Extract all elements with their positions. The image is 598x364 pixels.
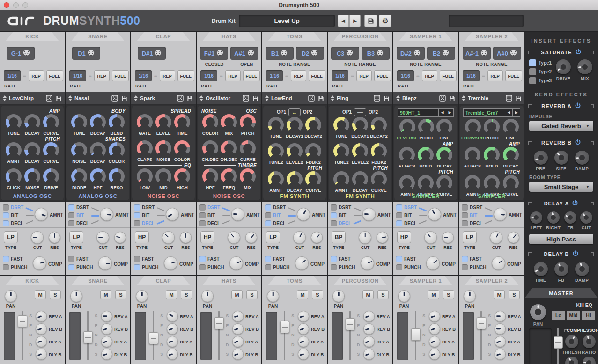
rate-display[interactable]: 1/16 xyxy=(135,70,152,81)
power-icon[interactable] xyxy=(575,141,581,146)
saturate-mix-knob[interactable]: MIX xyxy=(577,59,592,81)
delay-b-damp-knob[interactable]: DAMP xyxy=(575,262,589,283)
crusher-amount-knob[interactable] xyxy=(100,208,113,221)
filter-type-button[interactable]: HP xyxy=(397,231,411,243)
rate-display[interactable]: 1/16 xyxy=(266,70,283,81)
sample-next-button[interactable]: ▶ xyxy=(446,109,453,116)
operator-route-toggle[interactable]: ← xyxy=(288,108,301,116)
synth-knob-diode[interactable]: DIODE xyxy=(70,168,89,190)
kit-next-button[interactable]: ▶ xyxy=(349,15,361,27)
mute-button[interactable]: M xyxy=(362,290,374,299)
sample-selector[interactable]: 909HT_1◀▶ xyxy=(398,108,454,117)
rate-display[interactable]: 1/16 xyxy=(332,70,348,81)
synth-knob-noise[interactable]: NOISE xyxy=(23,168,42,190)
synth-knob-decay[interactable]: DECAY xyxy=(285,171,304,193)
synth-knob-decay2[interactable]: DECAY2 xyxy=(369,117,388,138)
preset-name[interactable]: Nasal xyxy=(74,95,109,101)
comp-knob[interactable] xyxy=(164,256,177,270)
rep-button[interactable]: REP xyxy=(487,70,503,81)
filter-resonance-knob[interactable] xyxy=(245,232,257,243)
delay-a-fb-knob[interactable]: FB xyxy=(564,211,576,230)
crusher-checkbox-dsrt[interactable] xyxy=(134,204,140,211)
punch-checkbox[interactable] xyxy=(199,264,206,270)
send-knob-rev-b[interactable] xyxy=(232,323,244,335)
send-knob-rev-b[interactable] xyxy=(363,323,375,335)
synth-knob-gate[interactable]: GATE xyxy=(135,114,154,136)
synth-knob-tune[interactable]: TUNE xyxy=(70,114,89,136)
note-button[interactable]: D1 xyxy=(72,47,100,60)
note-button[interactable]: D#1 xyxy=(138,47,166,60)
master-volume-fader[interactable] xyxy=(554,336,563,349)
synth-knob-decay[interactable]: DECAY xyxy=(23,114,42,136)
crusher-checkbox-bit[interactable] xyxy=(396,212,402,218)
filter-resonance-knob[interactable] xyxy=(180,232,192,243)
fast-checkbox[interactable] xyxy=(265,256,271,262)
solo-button[interactable]: S xyxy=(509,290,520,299)
preset-spinner[interactable] xyxy=(396,95,400,101)
synth-knob-decay[interactable]: DECAY xyxy=(501,147,520,168)
synth-knob-curve[interactable]: CURVE xyxy=(304,171,323,193)
pan-knob[interactable] xyxy=(201,290,214,302)
crusher-checkbox-deci[interactable] xyxy=(68,220,74,226)
sample-prev-button[interactable]: ◀ xyxy=(505,109,512,116)
send-knob-rev-a[interactable] xyxy=(232,311,244,322)
compressor-thresh-knob[interactable]: THRESH xyxy=(563,335,580,355)
randomize-button[interactable] xyxy=(373,95,381,102)
solo-button[interactable]: S xyxy=(181,290,192,299)
preset-spinner[interactable] xyxy=(68,95,73,101)
full-button[interactable]: FULL xyxy=(243,70,260,81)
randomize-button[interactable] xyxy=(242,95,250,102)
filter-type-button[interactable]: LP xyxy=(463,231,477,243)
preset-name[interactable]: Tremble xyxy=(468,95,503,101)
send-knob-rev-a[interactable] xyxy=(298,311,309,322)
synth-knob-decay1[interactable]: DECAY1 xyxy=(285,117,304,138)
saturate-type-checkbox-type1[interactable] xyxy=(529,59,536,66)
mute-button[interactable]: M xyxy=(231,290,243,299)
filter-cutoff-knob[interactable] xyxy=(162,231,175,244)
filter-cutoff-knob[interactable] xyxy=(228,231,240,244)
kill-eq-lo-button[interactable]: Lo xyxy=(552,311,565,320)
send-knob-dly-b[interactable] xyxy=(495,349,506,360)
send-knob-rev-a[interactable] xyxy=(36,311,47,322)
crusher-checkbox-deci[interactable] xyxy=(199,220,206,226)
send-knob-dly-a[interactable] xyxy=(298,336,309,347)
comp-knob[interactable] xyxy=(98,256,112,270)
rate-display[interactable]: 1/16 xyxy=(4,70,21,81)
delay-a-cut-knob[interactable]: CUT xyxy=(580,211,592,230)
filter-resonance-knob[interactable] xyxy=(114,232,126,243)
punch-checkbox[interactable] xyxy=(396,264,402,270)
fast-checkbox[interactable] xyxy=(396,256,402,262)
send-knob-rev-b[interactable] xyxy=(101,323,112,335)
impulse-select[interactable]: Gated Reverb▼ xyxy=(529,121,593,131)
preset-spinner[interactable] xyxy=(265,95,269,101)
punch-checkbox[interactable] xyxy=(265,264,271,270)
filter-type-button[interactable]: BP xyxy=(332,231,346,243)
synth-knob-curve[interactable]: CURVE xyxy=(42,114,60,136)
synth-knob-reverse[interactable]: REVERSE xyxy=(398,119,417,140)
mute-button[interactable]: M xyxy=(100,290,111,299)
volume-fader[interactable] xyxy=(346,318,355,330)
send-knob-rev-a[interactable] xyxy=(429,311,440,322)
settings-button[interactable]: ⚙ xyxy=(379,15,391,27)
randomize-button[interactable] xyxy=(177,95,184,102)
filter-type-button[interactable]: HP xyxy=(200,231,214,243)
punch-checkbox[interactable] xyxy=(3,264,9,270)
synth-knob-mix[interactable]: MIX xyxy=(220,114,238,136)
send-knob-dly-a[interactable] xyxy=(429,336,440,347)
synth-knob-color[interactable]: COLOR xyxy=(107,142,126,164)
send-knob-rev-b[interactable] xyxy=(429,323,440,335)
filter-type-button[interactable]: LP xyxy=(4,231,18,243)
mute-button[interactable]: M xyxy=(297,290,308,299)
send-knob-rev-a[interactable] xyxy=(167,311,178,322)
synth-knob-amnt[interactable]: AMNT xyxy=(332,171,351,193)
preset-save-button[interactable] xyxy=(55,95,62,102)
synth-knob-hold[interactable]: HOLD xyxy=(416,147,435,168)
synth-knob-forward[interactable]: FORWARD xyxy=(463,119,482,140)
send-knob-dly-b[interactable] xyxy=(167,349,178,360)
synth-knob-curve[interactable]: CURVE xyxy=(369,171,388,193)
rep-button[interactable]: REP xyxy=(356,70,372,81)
preset-name[interactable]: Blepz xyxy=(402,95,437,101)
kill-eq-hi-button[interactable]: Hi xyxy=(582,311,595,320)
filter-cutoff-knob[interactable] xyxy=(424,231,437,244)
preset-name[interactable]: Oscillator xyxy=(206,95,240,101)
